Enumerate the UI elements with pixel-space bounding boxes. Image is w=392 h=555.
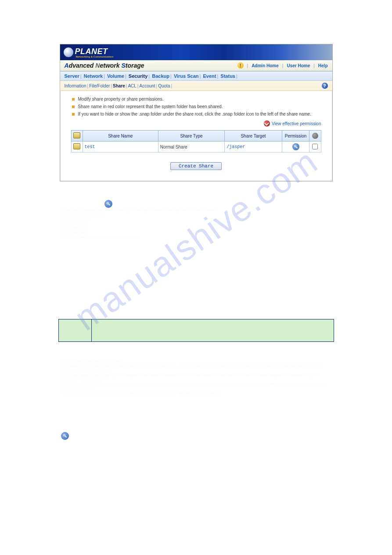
subtab-account[interactable]: Account — [139, 83, 155, 88]
title-bar: Advanced Network Storage ! | Admin Home … — [60, 60, 332, 71]
row-snap-icon[interactable] — [73, 143, 80, 149]
svg-point-6 — [63, 434, 65, 436]
col-delete — [309, 131, 321, 141]
key-icon-2 — [61, 432, 69, 440]
bullet-1: Modify share property or share permissio… — [71, 95, 321, 103]
subtab-acl[interactable]: ACL — [128, 83, 136, 88]
banner: PLANET Networking & Communication — [60, 44, 332, 60]
col-share-name: Share Name — [83, 131, 158, 141]
context-help-icon[interactable]: ? — [322, 83, 328, 89]
svg-point-3 — [107, 202, 109, 204]
col-snap — [71, 131, 83, 141]
help-link[interactable]: Help — [318, 63, 328, 68]
svg-line-8 — [66, 436, 66, 437]
brand-tagline: Networking & Communication — [76, 55, 114, 58]
note-text: Account – Admin has full permissions to … — [91, 319, 334, 341]
admin-home-link[interactable]: Admin Home — [252, 63, 279, 68]
col-share-type: Share Type — [158, 131, 224, 141]
content-area: Modify share property or share permissio… — [60, 91, 332, 181]
tab-security[interactable]: Security — [129, 73, 147, 79]
brand-name: PLANET — [75, 47, 108, 56]
delete-checkbox[interactable] — [312, 144, 318, 149]
svg-line-5 — [109, 204, 110, 205]
subtab-information[interactable]: Information — [65, 83, 86, 88]
bullet-2: Share name in red color represent that t… — [71, 103, 321, 110]
subtab-quota[interactable]: Quota — [158, 83, 170, 88]
main-tabs: Server| Network| Volume| Security| Backu… — [60, 71, 332, 81]
globe-icon — [64, 47, 73, 57]
instruction-text: 5. Click the permission icon to the righ… — [60, 208, 332, 240]
create-share-button[interactable]: Create Share — [170, 162, 222, 170]
app-window: PLANET Networking & Communication Advanc… — [60, 44, 333, 181]
tab-status[interactable]: Status — [220, 73, 235, 79]
tab-virus-scan[interactable]: Virus Scan — [174, 73, 199, 79]
share-type-cell: Normal Share — [158, 141, 224, 152]
note-label: NOTE — [58, 319, 91, 341]
subtab-filefolder[interactable]: File/Folder — [89, 83, 110, 88]
delete-header-icon — [312, 133, 318, 139]
bullet-3: If you want to hide or show the .snap fo… — [71, 110, 321, 118]
user-home-link[interactable]: User Home — [287, 63, 310, 68]
section-title: 3.5.3.2 Share Permission Control Table 1… — [60, 359, 332, 445]
tab-network[interactable]: Network — [84, 73, 103, 79]
table-row: test Normal Share /jasper — [71, 141, 321, 152]
permission-icon[interactable] — [292, 143, 299, 150]
col-share-target: Share Target — [225, 131, 282, 141]
tab-backup[interactable]: Backup — [152, 73, 169, 79]
info-bullets: Modify share property or share permissio… — [71, 95, 321, 118]
top-links: ! | Admin Home | User Home | Help — [237, 62, 328, 69]
share-table: Share Name Share Type Share Target Permi… — [71, 130, 321, 152]
svg-point-0 — [294, 145, 296, 147]
share-target-link[interactable]: /jasper — [227, 145, 245, 149]
col-permission: Permission — [282, 131, 309, 141]
sub-tabs: Information| File/Folder| Share| ACL| Ac… — [60, 81, 332, 91]
refresh-icon — [264, 120, 270, 127]
tab-server[interactable]: Server — [65, 73, 79, 79]
key-icon — [104, 200, 112, 208]
snap-folder-icon — [73, 132, 80, 138]
product-title: Advanced Network Storage — [65, 62, 144, 69]
subtab-share[interactable]: Share — [113, 83, 125, 88]
tab-event[interactable]: Event — [203, 73, 216, 79]
view-effective-permission-link[interactable]: View effective permission — [71, 120, 321, 127]
tab-volume[interactable]: Volume — [107, 73, 124, 79]
svg-line-2 — [297, 147, 297, 148]
share-name-link[interactable]: test — [85, 145, 95, 149]
alert-icon[interactable]: ! — [237, 62, 244, 69]
brand-logo: PLANET Networking & Communication — [64, 47, 114, 58]
note-box: NOTE Account – Admin has full permission… — [58, 319, 334, 342]
